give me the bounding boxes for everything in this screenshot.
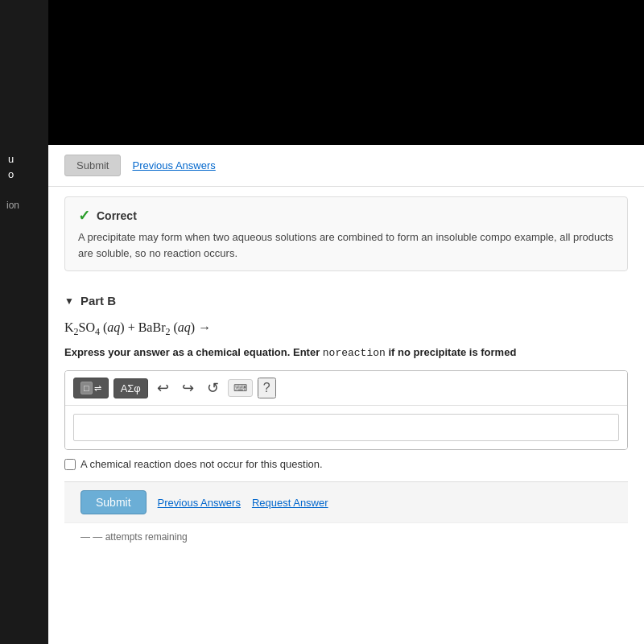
refresh-button[interactable]: ↺ bbox=[203, 378, 223, 398]
instruction-text: Express your answer as a chemical equati… bbox=[64, 346, 628, 359]
top-prev-answers-link[interactable]: Previous Answers bbox=[132, 159, 215, 171]
bottom-strip: — — attempts remaining bbox=[64, 522, 628, 551]
matrix-icon: □ bbox=[80, 382, 93, 394]
check-icon: ✓ bbox=[78, 207, 90, 225]
equation-input[interactable] bbox=[73, 414, 619, 441]
matrix-arrow-icon: ⇌ bbox=[94, 383, 101, 394]
equation-display: K2SO4 (aq) + BaBr2 (aq) → bbox=[64, 320, 628, 338]
part-b-header: ▼ Part B bbox=[64, 294, 628, 308]
left-sidebar: u o ion bbox=[0, 0, 48, 644]
correct-text: A precipitate may form when two aqueous … bbox=[78, 229, 614, 261]
request-answer-link[interactable]: Request Answer bbox=[252, 497, 328, 509]
collapse-icon[interactable]: ▼ bbox=[64, 295, 74, 307]
eq-toolbar: □ ⇌ ΑΣφ ↩ ↪ ↺ ⌨ ? bbox=[65, 371, 627, 406]
part-b-title: Part B bbox=[80, 294, 116, 308]
redo-button[interactable]: ↪ bbox=[178, 378, 198, 398]
sidebar-label-ion: ion bbox=[0, 184, 48, 227]
sidebar-label-o: o bbox=[0, 165, 48, 184]
matrix-button[interactable]: □ ⇌ bbox=[73, 378, 109, 398]
sidebar-label-u: u bbox=[0, 0, 48, 165]
correct-title: Correct bbox=[97, 209, 137, 222]
eq-input-area bbox=[65, 406, 627, 449]
part-b-section: ▼ Part B K2SO4 (aq) + BaBr2 (aq) → Expre… bbox=[48, 281, 644, 564]
submit-button[interactable]: Submit bbox=[80, 490, 147, 514]
no-reaction-checkbox[interactable] bbox=[64, 459, 76, 470]
undo-button[interactable]: ↩ bbox=[153, 378, 173, 398]
symbol-button[interactable]: ΑΣφ bbox=[114, 378, 148, 398]
correct-feedback-box: ✓ Correct A precipitate may form when tw… bbox=[64, 196, 628, 271]
equation-editor: □ ⇌ ΑΣφ ↩ ↪ ↺ ⌨ ? bbox=[64, 370, 628, 450]
top-submit-bar: Submit Previous Answers bbox=[48, 145, 644, 187]
keyboard-button[interactable]: ⌨ bbox=[228, 379, 253, 397]
attempts-remaining-text: — attempts remaining bbox=[93, 531, 187, 543]
no-reaction-label: A chemical reaction does not occur for t… bbox=[80, 458, 323, 470]
help-button[interactable]: ? bbox=[258, 378, 276, 398]
bottom-submit-bar: Submit Previous Answers Request Answer bbox=[64, 481, 628, 522]
black-top-bar bbox=[0, 0, 644, 145]
no-reaction-checkbox-row: A chemical reaction does not occur for t… bbox=[64, 458, 628, 470]
correct-header: ✓ Correct bbox=[78, 207, 614, 225]
prev-answers-link[interactable]: Previous Answers bbox=[158, 497, 241, 509]
top-submit-button[interactable]: Submit bbox=[64, 155, 121, 176]
